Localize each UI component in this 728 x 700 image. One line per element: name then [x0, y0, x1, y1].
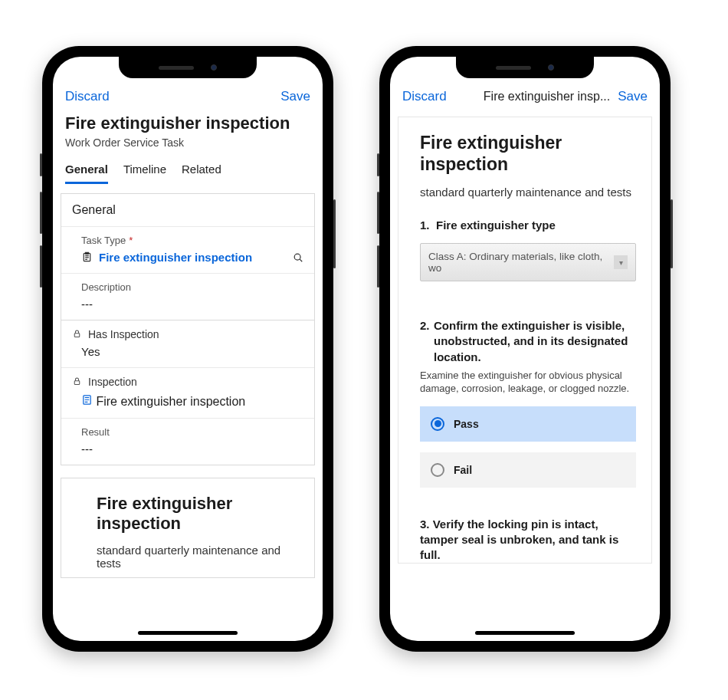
inspection-label: Inspection — [88, 376, 137, 388]
question-1: 1. Fire extinguisher type Class A: Ordin… — [420, 219, 636, 281]
header-title: Fire extinguisher insp... — [484, 90, 610, 104]
task-type-label: Task Type* — [81, 235, 303, 246]
option-pass[interactable]: Pass — [420, 406, 636, 442]
question-2-hint: Examine the extinguisher for obvious phy… — [420, 370, 636, 396]
radio-icon — [431, 463, 444, 477]
description-value[interactable]: --- — [81, 297, 303, 311]
lock-icon — [72, 376, 84, 388]
question-3: 3. Verify the locking pin is intact, tam… — [420, 517, 636, 564]
inspection-desc: standard quarterly maintenance and tests — [97, 544, 300, 570]
task-type-lookup[interactable]: Fire extinguisher inspection — [81, 251, 303, 264]
inspection-title: Fire extinguisher inspection — [97, 494, 300, 534]
discard-button[interactable]: Discard — [402, 89, 447, 104]
tab-timeline[interactable]: Timeline — [123, 163, 166, 184]
phone-right: Discard Fire extinguisher insp... Save F… — [379, 46, 671, 652]
top-bar: Discard Save — [53, 84, 323, 113]
device-notch — [119, 57, 257, 78]
page-title: Fire extinguisher inspection — [65, 113, 310, 133]
svg-rect-3 — [74, 380, 80, 384]
save-button[interactable]: Save — [280, 89, 310, 104]
radio-icon — [431, 417, 444, 431]
lock-icon — [72, 329, 84, 340]
result-value[interactable]: --- — [81, 442, 303, 455]
clipboard-icon — [81, 251, 93, 263]
home-indicator — [475, 631, 575, 635]
form-icon — [81, 394, 93, 406]
search-icon[interactable] — [293, 252, 303, 263]
tab-related[interactable]: Related — [182, 163, 221, 184]
svg-point-1 — [294, 254, 300, 260]
card-heading: General — [61, 194, 314, 226]
save-button[interactable]: Save — [618, 89, 648, 104]
device-notch — [456, 57, 594, 78]
inspection-title: Fire extinguisher inspection — [420, 133, 636, 175]
option-fail[interactable]: Fail — [420, 452, 636, 488]
tab-bar: General Timeline Related — [53, 156, 323, 184]
top-bar: Discard Fire extinguisher insp... Save — [390, 84, 660, 113]
question-2: 2. Confirm the extinguisher is visible, … — [420, 318, 636, 488]
extinguisher-type-select[interactable]: Class A: Ordinary materials, like cloth,… — [420, 243, 636, 281]
home-indicator — [138, 631, 238, 635]
discard-button[interactable]: Discard — [65, 89, 110, 104]
chevron-down-icon: ▾ — [614, 255, 628, 269]
description-label: Description — [81, 281, 303, 293]
phone-left: Discard Save Fire extinguisher inspectio… — [42, 46, 333, 652]
svg-rect-2 — [74, 333, 80, 337]
tab-general[interactable]: General — [65, 163, 108, 184]
result-label: Result — [81, 426, 303, 438]
inspection-preview-card: Fire extinguisher inspection standard qu… — [61, 478, 315, 578]
has-inspection-label: Has Inspection — [88, 328, 159, 340]
page-subtitle: Work Order Service Task — [65, 136, 310, 149]
general-card: General Task Type* Fire extinguisher ins… — [61, 193, 315, 465]
inspection-lookup[interactable]: Fire extinguisher inspection — [81, 394, 303, 409]
inspection-desc: standard quarterly maintenance and tests — [420, 186, 636, 199]
has-inspection-value: Yes — [61, 342, 314, 367]
